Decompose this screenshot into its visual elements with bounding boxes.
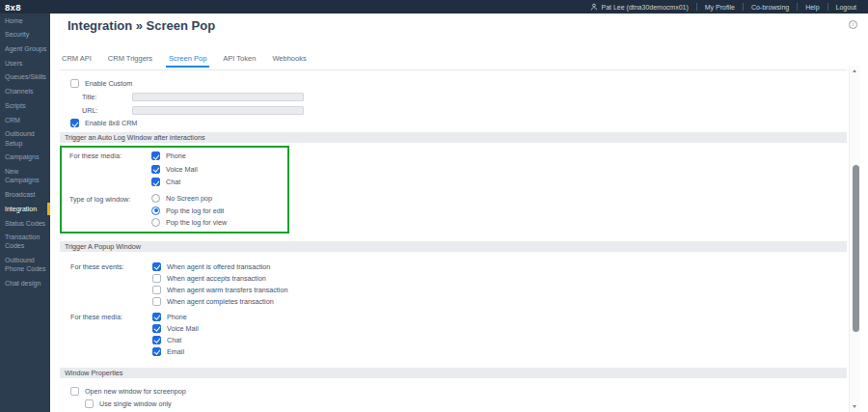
logout-link[interactable]: Logout [828,4,864,11]
enable-custom-label: Enable Custom [85,79,132,88]
sidebar-item-integration[interactable]: Integration [0,202,50,216]
url-row: URL: [60,103,847,117]
popup-media-voice-mail-row: Voice Mail [152,322,199,334]
event-completes-checkbox[interactable] [152,297,161,306]
title-input[interactable] [132,93,304,101]
enable-custom-checkbox[interactable] [70,79,79,88]
sidebar-item-outbound-setup[interactable]: Outbound Setup [0,127,50,151]
popup-media-phone-row: Phone [152,311,199,322]
url-input[interactable] [132,106,304,115]
sidebar-item-queues-skills[interactable]: Queues/Skills [0,70,50,85]
user-name-label: Pat Lee (dtna30democmx01) [601,4,688,11]
main-content: Integration » Screen Pop CRM API CRM Tri… [50,14,868,412]
open-new-window-checkbox[interactable] [70,387,79,396]
use-single-window-checkbox[interactable] [85,399,94,408]
sidebar-item-new-campaigns[interactable]: New Campaigns [0,165,50,188]
scrollbar-thumb[interactable] [853,165,859,332]
pop-log-view-radio[interactable] [151,218,160,227]
event-offered-label: When agent is offered transaction [167,262,270,271]
scroll-down-icon[interactable] [853,405,856,408]
tab-crm-api[interactable]: CRM API [59,54,95,68]
sidebar-item-scripts[interactable]: Scripts [0,98,50,113]
media-voice-mail-checkbox[interactable] [151,165,160,174]
no-screen-pop-row: No Screen pop [151,193,227,206]
scroll-up-icon[interactable] [853,69,856,72]
sidebar-item-campaigns[interactable]: Campaigns [0,151,50,165]
event-accepts-checkbox[interactable] [152,274,161,283]
tab-crm-triggers[interactable]: CRM Triggers [105,54,155,68]
media-chat-checkbox[interactable] [151,178,160,186]
media-chat-row: Chat [151,176,198,189]
sidebar-item-status-codes[interactable]: Status Codes [0,216,50,231]
type-of-log-window-label: Type of log window: [69,193,151,230]
sidebar-item-home[interactable]: Home [0,14,50,28]
page-title: Integration » Screen Pop [68,18,215,33]
enable-8x8-crm-row: Enable 8x8 CRM [70,117,847,129]
for-these-media-label: For these media: [69,150,151,189]
sidebar-item-outbound-phone-codes[interactable]: Outbound Phone Codes [0,254,50,277]
popup-media-phone-label: Phone [167,313,187,321]
sidebar-item-agent-groups[interactable]: Agent Groups [0,41,50,56]
top-bar: 8x8 Pat Lee (dtna30democmx01) My Profile… [0,0,868,14]
sidebar-item-transaction-codes[interactable]: Transaction Codes [0,231,50,254]
title-label: Title: [82,93,132,101]
event-completes-row: When agent completes transaction [152,295,287,307]
event-warm-transfers-row: When agent warm transfers transaction [152,284,287,295]
auto-log-section-header: Trigger an Auto Log Window after interac… [60,132,847,143]
user-account: Pat Lee (dtna30democmx01) [583,3,695,11]
open-new-window-row: Open new window for screenpop [70,385,847,398]
use-single-window-label: Use single window only [99,399,172,408]
enable-8x8-crm-label: Enable 8x8 CRM [85,119,137,127]
title-row: Title: [60,90,847,103]
sidebar-item-users[interactable]: Users [0,56,50,70]
popup-media-voice-mail-checkbox[interactable] [152,324,161,333]
media-chat-label: Chat [166,178,180,186]
annotation-highlight-box: For these media: Phone Voice Mail Chat [60,146,289,233]
pop-log-edit-radio[interactable] [151,206,160,215]
popup-media-email-label: Email [167,347,184,356]
media-phone-checkbox[interactable] [151,151,160,160]
event-offered-checkbox[interactable] [152,262,161,271]
event-offered-row: When agent is offered transaction [152,261,287,272]
sidebar-item-crm[interactable]: CRM [0,113,50,127]
media-voice-mail-row: Voice Mail [151,163,198,177]
tab-screen-pop[interactable]: Screen Pop [166,54,209,68]
popup-media-group: For these media: Phone Voice Mail Chat E… [70,311,847,357]
popup-media-chat-label: Chat [167,336,181,344]
for-these-media-label: For these media: [70,311,152,357]
media-voice-mail-label: Voice Mail [166,165,198,174]
pop-log-view-label: Pop the log for view [166,218,227,227]
sidebar-item-chat-design[interactable]: Chat design [0,277,50,291]
sidebar-item-security[interactable]: Security [0,28,50,42]
event-accepts-row: When agent accepts transaction [152,272,287,284]
popup-media-email-row: Email [152,345,199,357]
popup-media-chat-checkbox[interactable] [152,336,161,344]
event-completes-label: When agent completes transaction [167,297,274,306]
no-screen-pop-radio[interactable] [151,194,160,203]
brand-logo: 8x8 [0,2,21,13]
tab-bar: CRM API CRM Triggers Screen Pop API Toke… [59,52,320,68]
vertical-scrollbar[interactable] [849,66,860,412]
url-label: URL: [82,106,132,115]
no-screen-pop-label: No Screen pop [166,194,212,203]
event-warm-transfers-checkbox[interactable] [152,286,161,294]
help-link[interactable]: Help [798,4,827,11]
popup-media-email-checkbox[interactable] [152,347,161,356]
media-phone-row: Phone [151,150,198,163]
event-accepts-label: When agent accepts transaction [167,274,266,283]
tab-webhooks[interactable]: Webhooks [269,54,309,68]
tab-api-token[interactable]: API Token [220,54,258,68]
pop-log-edit-row: Pop the log for edit [151,205,227,217]
info-icon[interactable] [849,20,857,29]
co-browsing-link[interactable]: Co-browsing [744,4,797,11]
sidebar-item-broadcast[interactable]: Broadcast [0,188,50,203]
sidebar-item-channels[interactable]: Channels [0,85,50,99]
enable-8x8-crm-checkbox[interactable] [70,119,79,127]
open-new-window-label: Open new window for screenpop [85,387,186,396]
my-profile-link[interactable]: My Profile [697,4,743,11]
user-icon [590,3,598,11]
popup-media-phone-checkbox[interactable] [152,313,161,321]
event-warm-transfers-label: When agent warm transfers transaction [167,286,287,294]
popup-section-header: Trigger A Popup Window [60,241,847,252]
pop-log-view-row: Pop the log for view [151,217,227,230]
